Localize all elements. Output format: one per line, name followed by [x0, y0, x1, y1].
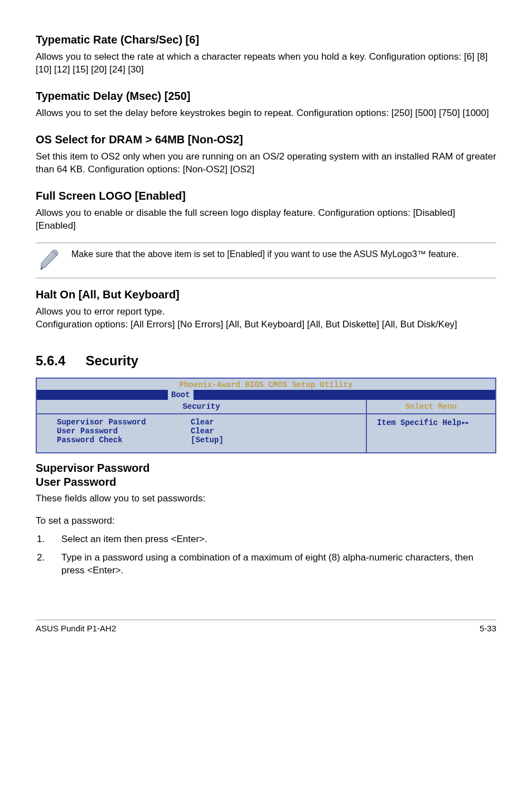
bios-value: Clear [191, 418, 214, 427]
heading-supervisor-password: Supervisor Password [36, 461, 496, 475]
bios-value: Clear [191, 427, 214, 436]
bios-title: Phoenix-Award BIOS CMOS Setup Utility [37, 379, 495, 390]
heading-typematic-rate: Typematic Rate (Chars/Sec) [6] [36, 33, 496, 46]
section-number: 5.6.4 [36, 353, 65, 369]
bios-tab-boot: Boot [168, 390, 194, 400]
list-item: 2. Type in a password using a combinatio… [37, 552, 496, 577]
heading-user-password: User Password [36, 475, 496, 489]
section-title: Security [85, 353, 138, 369]
passwords-to-set: To set a password: [36, 515, 496, 526]
list-item: 1. Select an item then press <Enter>. [37, 533, 496, 546]
pencil-icon [36, 248, 71, 273]
note-block: Make sure that the above item is set to … [36, 243, 496, 278]
heading-typematic-delay: Typematic Delay (Msec) [250] [36, 90, 496, 103]
bios-tabbar: Boot [37, 390, 495, 400]
bios-right-body: Item Specific Help▸▸ [367, 414, 495, 435]
bios-left-header: Security [37, 400, 366, 414]
step-text: Select an item then press <Enter>. [61, 533, 207, 546]
note-text: Make sure that the above item is set to … [71, 248, 459, 260]
body-typematic-rate: Allows you to select the rate at which a… [36, 51, 496, 76]
bios-row-user: User Password Clear [57, 427, 360, 436]
bios-value: [Setup] [191, 436, 224, 445]
bios-label: Supervisor Password [57, 418, 191, 427]
bios-left-body: Supervisor Password Clear User Password … [37, 414, 366, 452]
section-security-heading: 5.6.4 Security [36, 353, 496, 369]
step-number: 1. [37, 533, 61, 546]
page-footer: ASUS Pundit P1-AH2 5-33 [36, 620, 496, 633]
chevron-right-icon: ▸▸ [461, 418, 468, 427]
heading-full-screen-logo: Full Screen LOGO [Enabled] [36, 190, 496, 202]
password-steps: 1. Select an item then press <Enter>. 2.… [37, 533, 496, 577]
bios-row-supervisor: Supervisor Password Clear [57, 418, 360, 427]
step-text: Type in a password using a combination o… [61, 552, 496, 577]
bios-help-text: Item Specific Help [377, 418, 461, 427]
footer-right: 5-33 [480, 624, 496, 633]
bios-label: Password Check [57, 436, 191, 445]
heading-os-select: OS Select for DRAM > 64MB [Non-OS2] [36, 133, 496, 146]
heading-halt-on: Halt On [All, But Keyboard] [36, 288, 496, 301]
bios-screenshot: Phoenix-Award BIOS CMOS Setup Utility Bo… [36, 378, 496, 453]
body-full-screen-logo: Allows you to enable or disable the full… [36, 207, 496, 233]
passwords-intro: These fields allow you to set passwords: [36, 492, 496, 505]
bios-label: User Password [57, 427, 191, 436]
body-os-select: Set this item to OS2 only when you are r… [36, 151, 496, 176]
footer-left: ASUS Pundit P1-AH2 [36, 624, 116, 633]
body-halt-on-1: Allows you to error report type. [36, 306, 496, 318]
body-typematic-delay: Allows you to set the delay before keyst… [36, 107, 496, 120]
body-halt-on-2: Configuration options: [All Errors] [No … [36, 318, 496, 331]
bios-row-check: Password Check [Setup] [57, 436, 360, 445]
bios-right-header: Select Menu [367, 400, 495, 414]
step-number: 2. [37, 552, 61, 577]
